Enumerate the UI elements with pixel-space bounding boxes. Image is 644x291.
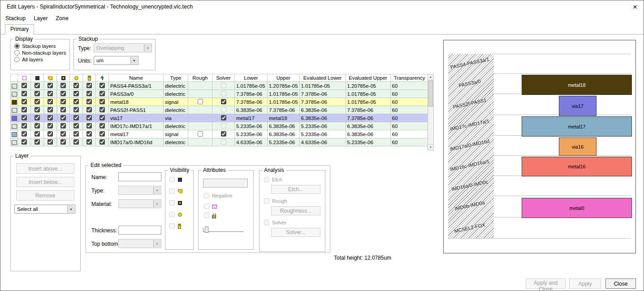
- layer-visibility-checkbox[interactable]: [99, 131, 105, 137]
- menu-zone[interactable]: Zone: [52, 14, 73, 23]
- layer-visibility-checkbox[interactable]: [61, 83, 66, 88]
- solver-checkbox[interactable]: [264, 220, 269, 225]
- visibility-labels-checkbox[interactable]: [169, 188, 175, 194]
- layer-visibility-checkbox[interactable]: [73, 83, 79, 88]
- display-option-2[interactable]: All layers: [14, 57, 69, 62]
- column-header-lower[interactable]: Lower: [235, 74, 268, 82]
- transparency-slider[interactable]: [203, 226, 248, 234]
- stackup-units-select[interactable]: um ▼: [94, 56, 138, 65]
- table-scrollbar[interactable]: ▲ ▼: [428, 74, 434, 150]
- layer-visibility-checkbox[interactable]: [48, 115, 53, 120]
- menu-layer[interactable]: Layer: [30, 14, 52, 23]
- layer-visibility-checkbox[interactable]: [48, 139, 53, 145]
- layer-visibility-checkbox[interactable]: [22, 115, 27, 120]
- layer-select-all-combo[interactable]: Select all ▼: [14, 205, 75, 214]
- solver-checkbox[interactable]: [221, 83, 226, 88]
- layer-visibility-checkbox[interactable]: [86, 91, 92, 96]
- layer-visibility-checkbox[interactable]: [61, 123, 66, 128]
- menu-stackup[interactable]: Stackup: [1, 14, 30, 23]
- layer-visibility-checkbox[interactable]: [22, 99, 27, 104]
- layer-visibility-checkbox[interactable]: [99, 115, 105, 120]
- layer-visibility-checkbox[interactable]: [48, 91, 53, 96]
- layer-visibility-checkbox[interactable]: [86, 83, 92, 88]
- layer-visibility-checkbox[interactable]: [35, 99, 40, 104]
- etch-settings-button[interactable]: Etch...: [271, 185, 320, 194]
- column-header-rough[interactable]: Rough: [188, 74, 212, 82]
- solver-checkbox[interactable]: [221, 139, 226, 145]
- slider-handle[interactable]: [205, 227, 208, 233]
- solver-checkbox[interactable]: [221, 131, 226, 137]
- layer-visibility-checkbox[interactable]: [61, 107, 66, 112]
- layer-visibility-checkbox[interactable]: [35, 107, 40, 112]
- apply-and-close-button[interactable]: Apply and Close: [526, 278, 566, 289]
- column-header-name[interactable]: Name: [109, 74, 164, 82]
- layer-visibility-checkbox[interactable]: [61, 115, 66, 120]
- layer-visibility-checkbox[interactable]: [22, 91, 27, 96]
- layer-visibility-checkbox[interactable]: [99, 91, 105, 96]
- layer-visibility-checkbox[interactable]: [73, 139, 79, 145]
- layer-visibility-checkbox[interactable]: [73, 131, 79, 137]
- column-header-type[interactable]: Type: [164, 74, 188, 82]
- visibility-instances-checkbox[interactable]: [169, 177, 175, 182]
- layer-visibility-checkbox[interactable]: [86, 115, 92, 120]
- attribute-color-button[interactable]: [203, 179, 248, 188]
- layer-visibility-checkbox[interactable]: [73, 107, 79, 112]
- layer-visibility-checkbox[interactable]: [86, 131, 92, 137]
- solver-settings-button[interactable]: Solver...: [271, 228, 320, 237]
- layer-visibility-checkbox[interactable]: [22, 83, 27, 88]
- display-option-1[interactable]: Non-stackup layers: [14, 50, 69, 56]
- name-field[interactable]: [118, 172, 161, 181]
- pattern-checkbox[interactable]: [204, 204, 209, 209]
- layer-visibility-checkbox[interactable]: [73, 115, 79, 120]
- layer-visibility-checkbox[interactable]: [35, 115, 40, 120]
- tab-primary[interactable]: Primary: [5, 24, 34, 34]
- display-radio[interactable]: [14, 50, 20, 56]
- layer-visibility-checkbox[interactable]: [86, 99, 92, 104]
- pins-column-header[interactable]: [57, 74, 70, 82]
- layer-visibility-checkbox[interactable]: [22, 123, 27, 128]
- etch-checkbox[interactable]: [264, 177, 269, 182]
- layer-visibility-checkbox[interactable]: [61, 139, 66, 145]
- layer-visibility-checkbox[interactable]: [99, 123, 105, 128]
- column-header-solver[interactable]: Solver: [212, 74, 235, 82]
- visibility-pins-checkbox[interactable]: [169, 200, 175, 205]
- layer-visibility-checkbox[interactable]: [35, 131, 40, 137]
- column-header-transparency[interactable]: Transparency: [390, 74, 428, 82]
- layer-visibility-checkbox[interactable]: [48, 123, 53, 128]
- scroll-up-icon[interactable]: ▲: [428, 74, 433, 80]
- layer-visibility-checkbox[interactable]: [61, 91, 66, 96]
- layer-visibility-checkbox[interactable]: [22, 107, 27, 112]
- layer-visibility-checkbox[interactable]: [35, 83, 40, 88]
- layer-insert-below-button[interactable]: Insert below...: [16, 177, 74, 187]
- contacts-column-header[interactable]: [83, 74, 96, 82]
- layer-visibility-checkbox[interactable]: [35, 139, 40, 145]
- layer-visibility-checkbox[interactable]: [22, 131, 27, 137]
- layer-visibility-checkbox[interactable]: [86, 107, 92, 112]
- shapes-column-header[interactable]: [18, 74, 31, 82]
- apply-button[interactable]: Apply: [569, 278, 601, 289]
- layer-visibility-checkbox[interactable]: [35, 91, 40, 96]
- visibility-vias-checkbox[interactable]: [169, 212, 175, 217]
- layer-visibility-checkbox[interactable]: [99, 139, 105, 145]
- rough-checkbox[interactable]: [198, 99, 203, 104]
- vias-column-header[interactable]: [70, 74, 83, 82]
- layer-visibility-checkbox[interactable]: [73, 91, 79, 96]
- rough-checkbox[interactable]: [264, 198, 269, 204]
- rough-checkbox[interactable]: [198, 131, 203, 137]
- solver-checkbox[interactable]: [221, 123, 226, 128]
- solver-checkbox[interactable]: [221, 91, 226, 96]
- thickness-field[interactable]: [118, 226, 161, 235]
- display-radio[interactable]: [14, 43, 20, 49]
- layer-visibility-checkbox[interactable]: [86, 123, 92, 128]
- layer-visibility-checkbox[interactable]: [73, 123, 79, 128]
- display-option-0[interactable]: Stackup layers: [14, 43, 69, 49]
- instances-column-header[interactable]: [31, 74, 44, 82]
- layer-visibility-checkbox[interactable]: [48, 131, 53, 137]
- display-radio[interactable]: [14, 57, 20, 62]
- layer-visibility-checkbox[interactable]: [48, 107, 53, 112]
- layer-visibility-checkbox[interactable]: [48, 83, 53, 88]
- lock-checkbox[interactable]: [204, 213, 209, 218]
- close-button[interactable]: Close: [605, 278, 636, 289]
- layer-visibility-checkbox[interactable]: [99, 83, 105, 88]
- column-header-evaluated-lower[interactable]: Evaluated Lower: [299, 74, 346, 82]
